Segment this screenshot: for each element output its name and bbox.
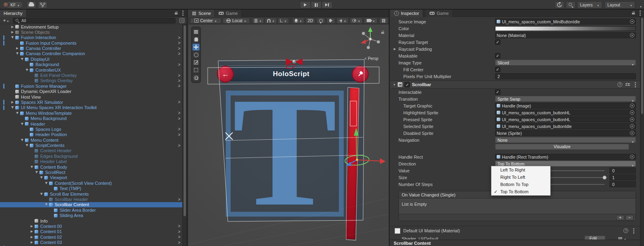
panel-menu-icon[interactable] bbox=[182, 12, 184, 14]
checkbox-interactable[interactable] bbox=[495, 89, 500, 95]
snap-toggle-dropdown[interactable] bbox=[265, 18, 277, 24]
foldout-arrow-icon[interactable] bbox=[394, 47, 396, 51]
hierarchy-row-content-03[interactable]: Content 03 bbox=[0, 240, 182, 245]
expand-arrow-icon[interactable] bbox=[39, 175, 43, 180]
object-field-target-graphic[interactable]: Handle (Image) bbox=[495, 103, 636, 109]
dropdown-navigation[interactable]: None bbox=[495, 137, 636, 143]
pause-button[interactable] bbox=[311, 1, 322, 8]
expand-arrow-icon[interactable] bbox=[15, 111, 19, 116]
create-object-button[interactable]: + bbox=[1, 18, 11, 23]
hierarchy-row-fusion-interaction[interactable]: Fusion Interaction bbox=[0, 35, 182, 40]
object-picker-icon[interactable] bbox=[630, 110, 634, 115]
hierarchy-row-sliding-area[interactable]: Sliding Area bbox=[0, 213, 182, 218]
checkbox-fill-center[interactable] bbox=[495, 67, 500, 72]
search-filter-icon[interactable] bbox=[180, 18, 184, 23]
prefab-chevron-icon[interactable] bbox=[178, 110, 180, 116]
text-field-pixels-per-unit-multiplier[interactable]: 2 bbox=[495, 73, 636, 79]
step-button[interactable] bbox=[322, 1, 332, 8]
prefab-chevron-icon[interactable] bbox=[178, 229, 180, 234]
hierarchy-row-controllerux[interactable]: ControllerUX bbox=[0, 67, 182, 72]
prefab-chevron-icon[interactable] bbox=[178, 35, 180, 40]
prefab-chevron-icon[interactable] bbox=[178, 40, 180, 45]
expand-arrow-icon[interactable] bbox=[10, 25, 14, 29]
hierarchy-row-scriptcontents[interactable]: ScriptContents bbox=[0, 143, 182, 148]
expand-arrow-icon[interactable] bbox=[25, 68, 29, 72]
overlay-menu-button[interactable] bbox=[192, 28, 200, 35]
expand-arrow-icon[interactable] bbox=[10, 105, 14, 110]
expand-arrow-icon[interactable] bbox=[44, 181, 48, 186]
hierarchy-row-content-scroll-view-content[interactable]: Content(Scroll View Content) bbox=[0, 180, 182, 186]
presets-icon[interactable] bbox=[625, 83, 630, 84]
handle-space-dropdown[interactable]: Local bbox=[223, 18, 250, 24]
object-picker-icon[interactable] bbox=[630, 124, 634, 128]
hierarchy-row-content-header[interactable]: Content Header bbox=[0, 148, 182, 153]
object-field-source-image[interactable]: UI_menu_spaces_custom_MiniButtonIdle bbox=[495, 19, 636, 25]
scrollbar-thumb[interactable] bbox=[641, 18, 643, 114]
account-button[interactable]: KF bbox=[2, 1, 23, 8]
object-picker-icon[interactable] bbox=[630, 117, 634, 122]
expand-arrow-icon[interactable] bbox=[30, 165, 34, 170]
hierarchy-row-header-label[interactable]: Header Label bbox=[0, 159, 182, 164]
expand-arrow-icon[interactable] bbox=[15, 51, 19, 56]
hierarchy-row-scrollrect[interactable]: ScrollRect bbox=[0, 170, 182, 175]
dropdown-image-type[interactable]: Sliced bbox=[495, 60, 636, 66]
hierarchy-row-menu-background[interactable]: Menu Background bbox=[0, 116, 182, 121]
pivot-mode-dropdown[interactable]: Center bbox=[190, 18, 221, 24]
hierarchy-row-ui-menu-spaces-xr-interaction-toolkit[interactable]: UI Menu Spaces XR Interaction Toolkit bbox=[0, 105, 182, 110]
help-icon[interactable] bbox=[617, 82, 622, 87]
rotate-tool-button[interactable] bbox=[192, 51, 200, 58]
prefab-chevron-icon[interactable] bbox=[178, 99, 180, 105]
grid-snap-dropdown[interactable] bbox=[252, 18, 264, 24]
cloud-services-button[interactable] bbox=[27, 1, 36, 8]
object-field-handle-rect[interactable]: Handle (Rect Transform) bbox=[495, 154, 636, 160]
lighting-toggle[interactable] bbox=[316, 18, 325, 24]
hierarchy-row-viewport[interactable]: Viewport bbox=[0, 175, 182, 180]
lock-icon[interactable] bbox=[632, 11, 635, 15]
material-header[interactable]: Default UI Material (Material) bbox=[390, 226, 640, 235]
hierarchy-scrollbar[interactable] bbox=[182, 24, 187, 246]
menu-item-right-to-left[interactable]: Right To Left bbox=[491, 174, 550, 181]
hierarchy-row-scrollbar-header[interactable]: Scrollbar Header bbox=[0, 197, 182, 202]
hierarchy-row-header[interactable]: Header bbox=[0, 121, 182, 126]
tab-inspector[interactable]: Inspector bbox=[390, 10, 423, 17]
scene-viewport[interactable]: T HoloScript bbox=[188, 25, 389, 246]
material-menu-icon[interactable] bbox=[633, 230, 634, 232]
hierarchy-row-host-view[interactable]: Host View bbox=[0, 94, 182, 99]
transform-tool-button[interactable] bbox=[192, 74, 200, 81]
camera-settings-dropdown[interactable] bbox=[364, 18, 378, 24]
object-picker-icon[interactable] bbox=[630, 103, 634, 108]
expand-arrow-icon[interactable] bbox=[20, 122, 24, 126]
remove-event-button[interactable] bbox=[625, 215, 634, 220]
hierarchy-search-input[interactable]: All bbox=[13, 18, 175, 23]
menu-item-top-to-bottom[interactable]: ✓Top To Bottom bbox=[491, 188, 550, 195]
menu-item-left-to-right[interactable]: Left To Right bbox=[491, 166, 550, 174]
foldout-arrow-icon[interactable] bbox=[393, 83, 396, 87]
expand-arrow-icon[interactable] bbox=[30, 240, 34, 245]
checkbox-raycast-target[interactable] bbox=[495, 39, 500, 45]
tab-game[interactable]: Game bbox=[426, 10, 453, 17]
prefab-chevron-icon[interactable] bbox=[178, 234, 180, 240]
material-preview[interactable] bbox=[394, 228, 400, 234]
inspector-scrollbar[interactable] bbox=[640, 17, 644, 246]
expand-arrow-icon[interactable] bbox=[30, 224, 34, 229]
hierarchy-row-menu-content[interactable]: Menu Content bbox=[0, 137, 182, 143]
search-button[interactable] bbox=[566, 1, 576, 8]
prefab-chevron-icon[interactable] bbox=[178, 143, 180, 148]
hierarchy-row-fusion-input-components[interactable]: Fusion Input Components bbox=[0, 40, 182, 45]
hierarchy-row-canvas-controller[interactable]: Canvas Controller bbox=[0, 46, 182, 51]
slider-value-field[interactable]: 0 bbox=[609, 167, 636, 174]
object-picker-icon[interactable] bbox=[630, 33, 634, 37]
expand-arrow-icon[interactable] bbox=[10, 30, 14, 35]
object-picker-icon[interactable] bbox=[630, 131, 634, 135]
checkbox-maskable[interactable] bbox=[495, 53, 500, 58]
hierarchy-row-environment-setup[interactable]: Environment Setup bbox=[0, 24, 182, 29]
tab-scene[interactable]: Scene bbox=[188, 10, 215, 17]
hierarchy-row-exit-panel-overlay[interactable]: Exit Panel Overlay bbox=[0, 73, 182, 78]
hierarchy-row-canvas-controller-companion[interactable]: Canvas Controller Companion bbox=[0, 51, 182, 56]
expand-arrow-icon[interactable] bbox=[15, 46, 19, 51]
color-field[interactable] bbox=[495, 26, 636, 31]
expand-arrow-icon[interactable] bbox=[25, 143, 29, 148]
hierarchy-row-content-01[interactable]: Content 01 bbox=[0, 229, 182, 234]
prefab-chevron-icon[interactable] bbox=[178, 83, 180, 89]
expand-arrow-icon[interactable] bbox=[30, 229, 34, 234]
